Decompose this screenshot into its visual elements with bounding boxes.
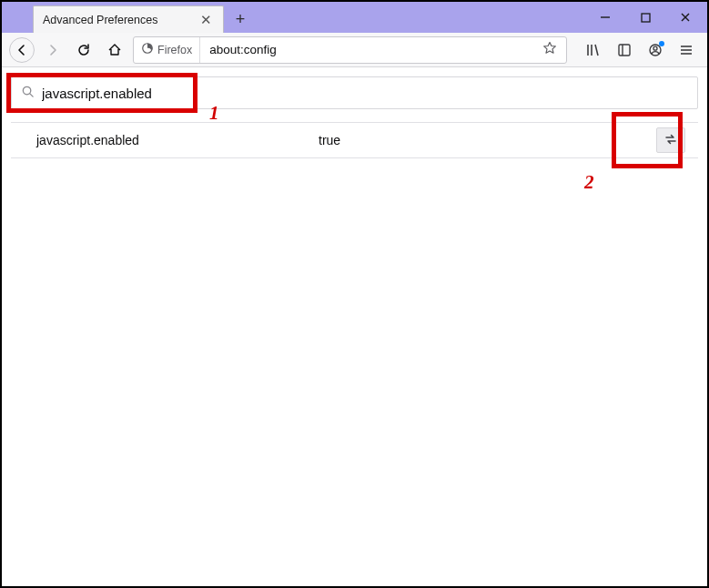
tab-strip: Advanced Preferences ✕ + [33,2,253,33]
config-search-box[interactable] [11,76,698,109]
home-button[interactable] [102,37,127,63]
notification-dot-icon [659,41,664,46]
minimize-button[interactable] [587,5,623,30]
nav-toolbar: Firefox [2,33,707,67]
pref-name: javascript.enabled [36,133,319,147]
aboutconfig-content: javascript.enabled true [2,67,707,586]
window-controls [587,2,704,33]
reload-button[interactable] [71,37,96,63]
maximize-button[interactable] [627,5,663,30]
firefox-logo-icon [141,42,154,57]
bookmark-star-icon[interactable] [539,37,561,62]
identity-box[interactable]: Firefox [137,37,200,63]
close-window-button[interactable] [667,5,704,30]
tab-advanced-preferences[interactable]: Advanced Preferences ✕ [33,5,224,33]
svg-rect-8 [619,45,630,56]
url-bar[interactable]: Firefox [133,36,567,64]
svg-line-7 [595,45,598,56]
forward-button [40,37,66,63]
close-tab-icon[interactable]: ✕ [197,11,216,28]
new-tab-button[interactable]: + [228,6,253,32]
url-input[interactable] [204,43,535,56]
svg-rect-1 [642,14,650,22]
tab-title: Advanced Preferences [43,14,189,26]
config-search-input[interactable] [42,86,688,101]
svg-point-11 [653,46,657,50]
sidebar-button[interactable] [611,36,638,64]
pref-value: true [319,133,656,147]
menu-button[interactable] [673,36,700,64]
account-button[interactable] [642,36,669,64]
pref-toggle-button[interactable] [656,127,685,153]
toggle-arrows-icon [663,132,678,149]
titlebar: Advanced Preferences ✕ + [2,2,707,33]
library-button[interactable] [580,36,607,64]
back-button[interactable] [9,37,35,63]
svg-line-16 [30,94,33,96]
pref-row[interactable]: javascript.enabled true [11,122,698,158]
search-icon [21,85,35,101]
identity-label: Firefox [157,44,192,56]
toolbar-right [580,36,700,64]
